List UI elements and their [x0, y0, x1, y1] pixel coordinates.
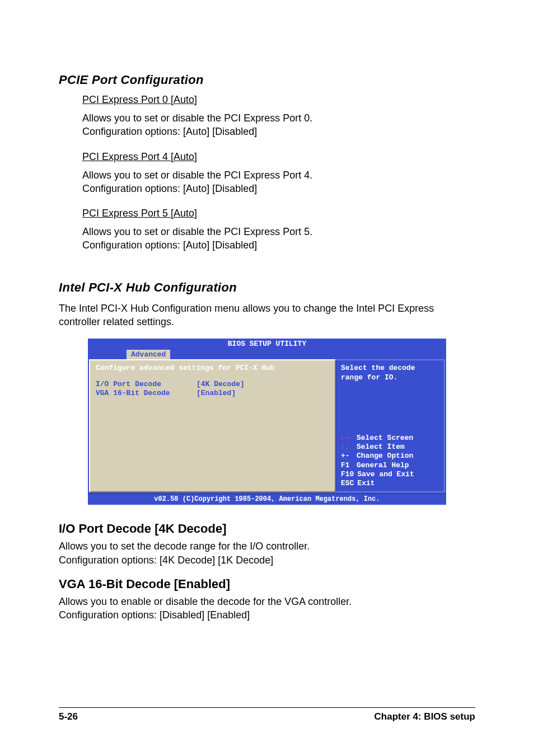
setting-desc-line: Allows you to set the decode range for t…	[59, 541, 310, 552]
bios-tabbar: Advanced	[88, 349, 446, 359]
bios-help-text: Select the decode range for IO.	[341, 364, 439, 382]
bios-title: BIOS SETUP UTILITY	[228, 340, 306, 348]
key-label: Change Option	[357, 452, 413, 461]
setting-desc-line: Allows you to enable or disable the deco…	[59, 596, 352, 607]
setting-desc-line: Allows you to set or disable the PCI Exp…	[82, 226, 312, 237]
bios-screenshot: BIOS SETUP UTILITY Advanced Configure ad…	[88, 339, 446, 505]
arrow-lr-icon: ←→	[341, 434, 353, 443]
page-footer: 5-26 Chapter 4: BIOS setup	[59, 707, 475, 722]
bios-setting-value: [4K Decode]	[196, 380, 245, 389]
bios-setting-row[interactable]: I/O Port Decode [4K Decode]	[96, 380, 329, 389]
setting-desc-line: Allows you to set or disable the PCI Exp…	[82, 112, 312, 124]
setting-heading-pciport5: PCI Express Port 5 [Auto]	[82, 208, 475, 219]
setting-desc-line: Configuration options: [Auto] [Disabled]	[82, 126, 257, 137]
bios-footer: v02.58 (C)Copyright 1985-2004, American …	[88, 494, 446, 505]
bios-setting-label: VGA 16-Bit Decode	[96, 389, 196, 398]
bios-setting-row[interactable]: VGA 16-Bit Decode [Enabled]	[96, 389, 329, 398]
key-sym: F10	[341, 470, 354, 479]
section-desc-vga: Allows you to enable or disable the deco…	[59, 595, 475, 622]
arrow-ud-icon: ↑↓	[341, 443, 353, 452]
bios-setting-label: I/O Port Decode	[96, 380, 196, 389]
bios-right-pane: Select the decode range for IO. ←→Select…	[336, 359, 445, 492]
setting-heading-pciport4: PCI Express Port 4 [Auto]	[82, 151, 475, 163]
key-label: Save and Exit	[357, 470, 414, 479]
bios-left-heading: Configure advanced settings for PCI-X Hu…	[96, 364, 329, 373]
setting-desc-line: Configuration options: [Disabled] [Enabl…	[59, 609, 250, 621]
setting-desc-line: Configuration options: [4K Decode] [1K D…	[59, 555, 273, 566]
setting-desc-line: Configuration options: [Auto] [Disabled]	[82, 183, 257, 194]
bios-tab-advanced[interactable]: Advanced	[126, 349, 171, 359]
setting-desc-pciport4: Allows you to set or disable the PCI Exp…	[82, 168, 475, 196]
section-heading-vga: VGA 16-Bit Decode [Enabled]	[59, 577, 475, 591]
setting-desc-pciport5: Allows you to set or disable the PCI Exp…	[82, 225, 475, 252]
chapter-label: Chapter 4: BIOS setup	[374, 711, 475, 722]
key-sym: F1	[341, 461, 353, 470]
bios-body: Configure advanced settings for PCI-X Hu…	[88, 359, 446, 494]
section-desc-io: Allows you to set the decode range for t…	[59, 539, 475, 567]
key-label: Select Item	[357, 443, 405, 452]
page-number: 5-26	[59, 711, 78, 722]
bios-setting-value: [Enabled]	[196, 389, 236, 398]
key-sym: ESC	[341, 479, 354, 488]
setting-desc-line: Configuration options: [Auto] [Disabled]	[82, 240, 257, 251]
setting-desc-pciport0: Allows you to set or disable the PCI Exp…	[82, 111, 475, 139]
bios-key-legend: ←→Select Screen ↑↓Select Item +-Change O…	[341, 434, 439, 489]
key-label: Select Screen	[357, 434, 413, 443]
key-sym: +-	[341, 452, 353, 461]
section-heading-pcix: Intel PCI-X Hub Configuration	[59, 280, 475, 295]
bios-left-pane: Configure advanced settings for PCI-X Hu…	[89, 359, 336, 492]
key-label: Exit	[357, 479, 374, 488]
key-label: General Help	[357, 461, 409, 470]
section-heading-pcie: PCIE Port Configuration	[59, 73, 475, 87]
bios-titlebar: BIOS SETUP UTILITY	[88, 339, 446, 349]
section-heading-io: I/O Port Decode [4K Decode]	[59, 522, 475, 536]
setting-desc-line: Allows you to set or disable the PCI Exp…	[82, 170, 312, 181]
section-intro-pcix: The Intel PCI-X Hub Configuration menu a…	[59, 302, 475, 329]
setting-heading-pciport0: PCI Express Port 0 [Auto]	[82, 94, 475, 106]
